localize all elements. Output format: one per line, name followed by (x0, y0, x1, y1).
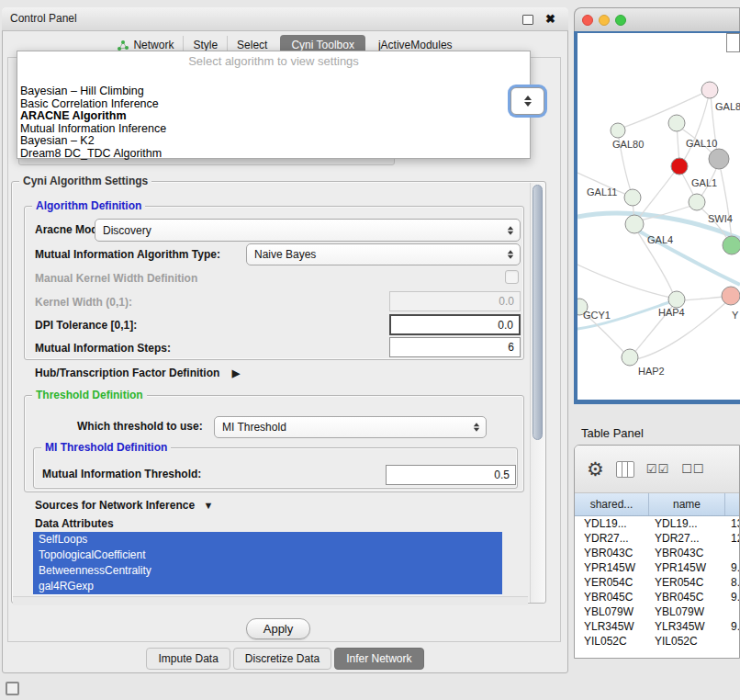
dropdown-item-selected[interactable]: ARACNE Algorithm (20, 110, 527, 123)
cell: YBL079W (575, 604, 649, 619)
kernel-width-label: Kernel Width (0,1): (35, 296, 132, 310)
table-row[interactable]: YDL19... YDL19... 13 (575, 516, 739, 531)
node-label-gcy1: GCY1 (583, 310, 611, 321)
dropdown-item[interactable]: Mutual Information Inference (20, 123, 527, 136)
list-item-attribute[interactable]: BetweennessCentrality (33, 563, 502, 579)
close-button-icon[interactable] (582, 15, 593, 26)
tab-infer-network[interactable]: Infer Network (334, 648, 423, 670)
manual-kernel-width-checkbox (505, 270, 519, 284)
network-overview-widget[interactable] (726, 33, 740, 52)
cell: YPR145W (649, 560, 725, 575)
node-unlabeled-salmon[interactable] (722, 287, 740, 305)
mi-algorithm-type-label: Mutual Information Algorithm Type: (35, 248, 220, 262)
table-row[interactable]: YBR045C YBR045C 9. (575, 590, 739, 604)
which-threshold-label: Which threshold to use: (77, 420, 203, 434)
cell: 8. (725, 575, 739, 590)
tab-label: Network (133, 39, 174, 51)
mi-algorithm-type-value: Naive Bayes (254, 248, 316, 261)
table-row[interactable]: YER054C YER054C 8. (575, 575, 739, 590)
list-item-attribute[interactable]: TopologicalCoefficient (33, 548, 502, 563)
control-panel-titlebar[interactable]: Control Panel ✖ (2, 7, 568, 31)
minimize-button-icon[interactable] (599, 15, 610, 26)
dropdown-item[interactable]: Dream8 DC_TDC Algorithm (20, 148, 527, 161)
edge (620, 90, 710, 129)
mi-threshold-field[interactable] (386, 465, 516, 485)
zoom-button-icon[interactable] (615, 15, 626, 26)
algorithm-combobox-button[interactable] (510, 87, 544, 115)
collapsed-arrow-icon[interactable]: ▶ (232, 367, 240, 378)
node-gal1[interactable] (689, 194, 705, 210)
table-body: YDL19... YDL19... 13 YDR27... YDR27... 1… (575, 516, 739, 658)
sources-section-header[interactable]: Sources for Network Inference ▼ (35, 499, 213, 513)
dropdown-placeholder: Select algorithm to view settings (17, 54, 530, 68)
gear-icon[interactable]: ⚙ (587, 459, 604, 479)
vertical-scrollbar[interactable] (530, 183, 544, 603)
select-all-icon[interactable]: ☑☑ (646, 463, 669, 475)
table-row[interactable]: YLR345W YLR345W 9. (575, 619, 739, 634)
node-hap2[interactable] (622, 349, 638, 366)
cell (725, 546, 739, 560)
cell: YBR045C (649, 590, 725, 604)
hub-section-label: Hub/Transcription Factor Definition (35, 367, 219, 379)
scrollbar-thumb[interactable] (533, 185, 543, 440)
deselect-all-icon[interactable]: ☐☐ (681, 463, 704, 475)
dropdown-item[interactable]: Basic Correlation Inference (20, 98, 527, 111)
column-header-clipped[interactable] (725, 493, 739, 515)
node-gal10[interactable] (671, 158, 688, 175)
table-row[interactable]: YPR145W YPR145W 9. (575, 560, 739, 575)
network-window-titlebar[interactable] (574, 7, 740, 31)
mi-steps-field[interactable] (389, 337, 521, 357)
tab-label: Cyni Toolbox (291, 39, 353, 51)
dropdown-item[interactable]: Bayesian – K2 (20, 135, 527, 148)
node-label-hap2: HAP2 (638, 366, 665, 377)
table-row[interactable]: YBR043C YBR043C (575, 546, 739, 560)
cell: YIL052C (649, 634, 725, 649)
table-row[interactable]: YDR27... YDR27... 12 (575, 531, 739, 546)
node-gal11[interactable] (624, 189, 641, 206)
tab-impute-data[interactable]: Impute Data (146, 648, 230, 670)
node-unlabeled-gray[interactable] (709, 149, 729, 169)
column-header-shared-name[interactable]: shared... (575, 493, 649, 515)
restore-panel-icon[interactable] (6, 682, 19, 695)
close-window-icon[interactable]: ✖ (545, 11, 555, 28)
node-label-gal1: GAL1 (691, 177, 717, 188)
float-window-icon[interactable] (522, 15, 533, 25)
list-item-attribute[interactable]: SelfLoops (33, 532, 502, 548)
mi-threshold-label: Mutual Information Threshold: (42, 468, 201, 481)
cell: YDL19... (649, 516, 725, 531)
node-label-swi4: SWI4 (708, 213, 733, 224)
dropdown-item[interactable]: Bayesian – Hill Climbing (20, 85, 527, 98)
table-row[interactable]: YBL079W YBL079W (575, 604, 739, 619)
expanded-arrow-icon[interactable]: ▼ (203, 500, 213, 511)
kernel-width-field (389, 291, 521, 311)
hub-section-header[interactable]: Hub/Transcription Factor Definition ▶ (35, 367, 240, 380)
aracne-mode-select[interactable]: Discovery (95, 219, 521, 242)
node-unlabeled-1[interactable] (668, 115, 685, 131)
cell: YLR345W (575, 619, 649, 634)
edge (681, 297, 726, 300)
column-header-name[interactable]: name (649, 493, 725, 515)
horizontal-scrollbar[interactable] (13, 596, 528, 605)
node-unlabeled-green[interactable] (723, 236, 740, 254)
dpi-tolerance-field[interactable] (389, 314, 521, 335)
which-threshold-select[interactable]: MI Threshold (214, 416, 487, 438)
cell: YIL052C (575, 634, 649, 649)
dpi-tolerance-label: DPI Tolerance [0,1]: (35, 319, 137, 333)
table-row[interactable]: YIL052C YIL052C (575, 634, 739, 649)
columns-icon[interactable] (616, 461, 634, 478)
node-label-gal11: GAL11 (587, 186, 617, 198)
node-hap4[interactable] (668, 291, 685, 308)
data-attributes-list: SelfLoops TopologicalCoefficient Between… (33, 532, 502, 595)
apply-button[interactable]: Apply (246, 618, 310, 639)
node-gal4[interactable] (625, 215, 644, 233)
cell: YDR27... (575, 531, 649, 546)
sources-label: Sources for Network Inference (35, 499, 195, 512)
node-gal80[interactable] (611, 123, 625, 138)
table-panel-title: Table Panel (581, 426, 644, 440)
node-label-hap4: HAP4 (658, 307, 685, 318)
network-canvas[interactable]: GAL8 GAL80 GAL10 GAL11 GAL1 SWI4 GAL4 GC… (577, 33, 740, 400)
node-unlabeled-pink[interactable] (701, 82, 718, 98)
tab-discretize-data[interactable]: Discretize Data (233, 648, 331, 670)
mi-algorithm-type-select[interactable]: Naive Bayes (246, 243, 521, 265)
list-item-attribute[interactable]: gal4RGexp (33, 579, 502, 594)
